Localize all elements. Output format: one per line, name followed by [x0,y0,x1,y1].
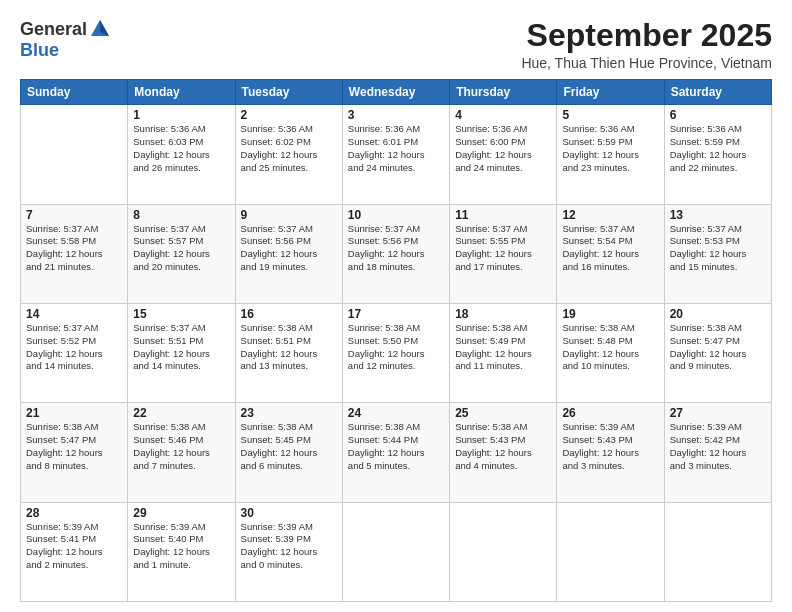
day-info: Sunrise: 5:38 AM Sunset: 5:43 PM Dayligh… [455,421,551,472]
day-info: Sunrise: 5:38 AM Sunset: 5:48 PM Dayligh… [562,322,658,373]
calendar-week-3: 14Sunrise: 5:37 AM Sunset: 5:52 PM Dayli… [21,303,772,402]
day-info: Sunrise: 5:37 AM Sunset: 5:51 PM Dayligh… [133,322,229,373]
day-number: 14 [26,307,122,321]
day-number: 13 [670,208,766,222]
calendar-cell: 21Sunrise: 5:38 AM Sunset: 5:47 PM Dayli… [21,403,128,502]
day-number: 28 [26,506,122,520]
day-number: 10 [348,208,444,222]
day-number: 8 [133,208,229,222]
calendar-cell: 5Sunrise: 5:36 AM Sunset: 5:59 PM Daylig… [557,105,664,204]
day-number: 7 [26,208,122,222]
calendar-cell: 17Sunrise: 5:38 AM Sunset: 5:50 PM Dayli… [342,303,449,402]
calendar-cell: 20Sunrise: 5:38 AM Sunset: 5:47 PM Dayli… [664,303,771,402]
logo-icon [89,18,111,40]
month-title: September 2025 [521,18,772,53]
calendar-cell: 7Sunrise: 5:37 AM Sunset: 5:58 PM Daylig… [21,204,128,303]
day-number: 17 [348,307,444,321]
day-number: 30 [241,506,337,520]
day-number: 18 [455,307,551,321]
calendar-cell: 6Sunrise: 5:36 AM Sunset: 5:59 PM Daylig… [664,105,771,204]
calendar-cell: 25Sunrise: 5:38 AM Sunset: 5:43 PM Dayli… [450,403,557,502]
day-info: Sunrise: 5:38 AM Sunset: 5:47 PM Dayligh… [670,322,766,373]
weekday-header-saturday: Saturday [664,80,771,105]
title-section: September 2025 Hue, Thua Thien Hue Provi… [521,18,772,71]
calendar-cell: 28Sunrise: 5:39 AM Sunset: 5:41 PM Dayli… [21,502,128,601]
calendar-cell: 8Sunrise: 5:37 AM Sunset: 5:57 PM Daylig… [128,204,235,303]
day-info: Sunrise: 5:39 AM Sunset: 5:43 PM Dayligh… [562,421,658,472]
day-info: Sunrise: 5:37 AM Sunset: 5:53 PM Dayligh… [670,223,766,274]
weekday-header-tuesday: Tuesday [235,80,342,105]
day-number: 19 [562,307,658,321]
day-info: Sunrise: 5:37 AM Sunset: 5:55 PM Dayligh… [455,223,551,274]
day-number: 23 [241,406,337,420]
day-info: Sunrise: 5:38 AM Sunset: 5:49 PM Dayligh… [455,322,551,373]
day-info: Sunrise: 5:37 AM Sunset: 5:54 PM Dayligh… [562,223,658,274]
weekday-header-wednesday: Wednesday [342,80,449,105]
day-number: 9 [241,208,337,222]
calendar-cell: 10Sunrise: 5:37 AM Sunset: 5:56 PM Dayli… [342,204,449,303]
day-number: 21 [26,406,122,420]
calendar-week-2: 7Sunrise: 5:37 AM Sunset: 5:58 PM Daylig… [21,204,772,303]
day-number: 26 [562,406,658,420]
day-info: Sunrise: 5:36 AM Sunset: 5:59 PM Dayligh… [562,123,658,174]
calendar-cell: 23Sunrise: 5:38 AM Sunset: 5:45 PM Dayli… [235,403,342,502]
day-info: Sunrise: 5:38 AM Sunset: 5:51 PM Dayligh… [241,322,337,373]
logo-general-text: General [20,19,87,40]
day-number: 24 [348,406,444,420]
day-info: Sunrise: 5:37 AM Sunset: 5:58 PM Dayligh… [26,223,122,274]
calendar-cell: 13Sunrise: 5:37 AM Sunset: 5:53 PM Dayli… [664,204,771,303]
logo-blue-text: Blue [20,40,59,61]
day-number: 12 [562,208,658,222]
calendar-cell: 16Sunrise: 5:38 AM Sunset: 5:51 PM Dayli… [235,303,342,402]
day-info: Sunrise: 5:39 AM Sunset: 5:42 PM Dayligh… [670,421,766,472]
calendar-cell: 26Sunrise: 5:39 AM Sunset: 5:43 PM Dayli… [557,403,664,502]
calendar-week-1: 1Sunrise: 5:36 AM Sunset: 6:03 PM Daylig… [21,105,772,204]
weekday-header-friday: Friday [557,80,664,105]
day-info: Sunrise: 5:36 AM Sunset: 6:02 PM Dayligh… [241,123,337,174]
weekday-header-sunday: Sunday [21,80,128,105]
day-number: 20 [670,307,766,321]
day-number: 29 [133,506,229,520]
day-info: Sunrise: 5:37 AM Sunset: 5:56 PM Dayligh… [241,223,337,274]
day-number: 6 [670,108,766,122]
subtitle: Hue, Thua Thien Hue Province, Vietnam [521,55,772,71]
weekday-header-row: SundayMondayTuesdayWednesdayThursdayFrid… [21,80,772,105]
day-number: 15 [133,307,229,321]
day-number: 5 [562,108,658,122]
calendar-cell: 19Sunrise: 5:38 AM Sunset: 5:48 PM Dayli… [557,303,664,402]
calendar-cell: 15Sunrise: 5:37 AM Sunset: 5:51 PM Dayli… [128,303,235,402]
day-info: Sunrise: 5:37 AM Sunset: 5:52 PM Dayligh… [26,322,122,373]
calendar-cell: 29Sunrise: 5:39 AM Sunset: 5:40 PM Dayli… [128,502,235,601]
day-number: 4 [455,108,551,122]
day-info: Sunrise: 5:36 AM Sunset: 6:03 PM Dayligh… [133,123,229,174]
day-info: Sunrise: 5:38 AM Sunset: 5:45 PM Dayligh… [241,421,337,472]
day-info: Sunrise: 5:38 AM Sunset: 5:46 PM Dayligh… [133,421,229,472]
day-info: Sunrise: 5:38 AM Sunset: 5:47 PM Dayligh… [26,421,122,472]
day-info: Sunrise: 5:39 AM Sunset: 5:40 PM Dayligh… [133,521,229,572]
calendar-cell: 24Sunrise: 5:38 AM Sunset: 5:44 PM Dayli… [342,403,449,502]
header: General Blue September 2025 Hue, Thua Th… [20,18,772,71]
day-number: 22 [133,406,229,420]
calendar-cell: 4Sunrise: 5:36 AM Sunset: 6:00 PM Daylig… [450,105,557,204]
day-info: Sunrise: 5:36 AM Sunset: 6:01 PM Dayligh… [348,123,444,174]
calendar-cell: 14Sunrise: 5:37 AM Sunset: 5:52 PM Dayli… [21,303,128,402]
calendar-table: SundayMondayTuesdayWednesdayThursdayFrid… [20,79,772,602]
calendar-cell: 30Sunrise: 5:39 AM Sunset: 5:39 PM Dayli… [235,502,342,601]
calendar-cell [664,502,771,601]
day-info: Sunrise: 5:39 AM Sunset: 5:41 PM Dayligh… [26,521,122,572]
calendar-cell: 22Sunrise: 5:38 AM Sunset: 5:46 PM Dayli… [128,403,235,502]
day-number: 25 [455,406,551,420]
calendar-cell: 2Sunrise: 5:36 AM Sunset: 6:02 PM Daylig… [235,105,342,204]
day-info: Sunrise: 5:39 AM Sunset: 5:39 PM Dayligh… [241,521,337,572]
calendar-cell: 3Sunrise: 5:36 AM Sunset: 6:01 PM Daylig… [342,105,449,204]
calendar-week-4: 21Sunrise: 5:38 AM Sunset: 5:47 PM Dayli… [21,403,772,502]
day-number: 16 [241,307,337,321]
logo: General Blue [20,18,111,61]
calendar-cell [450,502,557,601]
calendar-cell: 27Sunrise: 5:39 AM Sunset: 5:42 PM Dayli… [664,403,771,502]
calendar-cell: 1Sunrise: 5:36 AM Sunset: 6:03 PM Daylig… [128,105,235,204]
day-number: 27 [670,406,766,420]
day-info: Sunrise: 5:36 AM Sunset: 6:00 PM Dayligh… [455,123,551,174]
calendar-cell [557,502,664,601]
day-info: Sunrise: 5:36 AM Sunset: 5:59 PM Dayligh… [670,123,766,174]
